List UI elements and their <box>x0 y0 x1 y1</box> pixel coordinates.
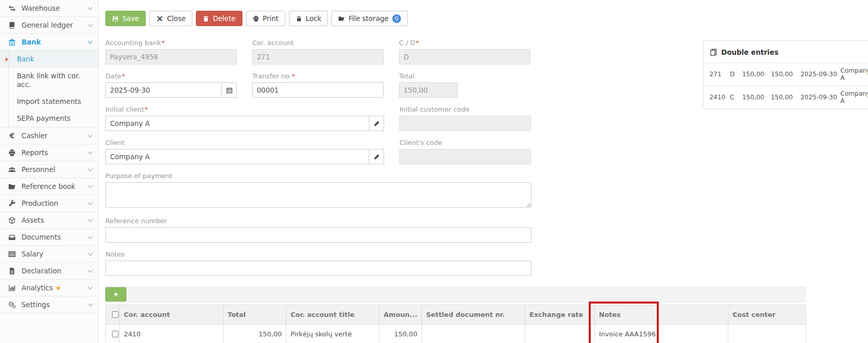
print-button[interactable]: Print <box>246 11 285 26</box>
cell-total[interactable]: 150,00 <box>224 325 286 343</box>
double-entries-title: Double entries <box>721 48 778 56</box>
sidebar-item-analytics[interactable]: Analytics ★ <box>0 280 98 296</box>
sidebar-item-bank[interactable]: Bank <box>0 34 98 51</box>
row-checkbox[interactable] <box>112 331 119 337</box>
close-icon: × <box>156 15 163 22</box>
reference-number-field[interactable] <box>105 227 531 243</box>
client-field[interactable] <box>105 149 369 164</box>
cell-notes[interactable]: Invoice AAA1596 <box>595 325 728 343</box>
date-field[interactable] <box>105 82 221 98</box>
printer-icon <box>7 149 17 157</box>
sidebar-item-cashier[interactable]: € Cashier <box>0 127 98 144</box>
pencil-icon[interactable] <box>369 116 384 131</box>
cube-icon <box>7 217 17 224</box>
entry-client: Company A <box>840 90 868 104</box>
euro-icon: € <box>7 132 17 139</box>
wrench-icon <box>7 200 17 207</box>
save-button[interactable]: Save <box>105 11 146 26</box>
col-header-total: Total <box>224 305 286 325</box>
notes-field[interactable] <box>105 261 531 276</box>
lock-button[interactable]: Lock <box>289 11 328 26</box>
submenu-item-bank-link[interactable]: Bank link with cor. acc. <box>0 68 98 93</box>
sidebar-item-label: Documents <box>21 233 61 241</box>
sidebar-item-reference-book[interactable]: Reference book <box>0 178 98 195</box>
transfer-no-field[interactable] <box>252 82 384 98</box>
initial-client-field[interactable] <box>105 116 369 131</box>
submenu-item-sepa-payments[interactable]: SEPA payments <box>0 110 98 127</box>
reference-number-label: Reference number <box>105 217 531 225</box>
delete-button[interactable]: Delete <box>196 11 242 26</box>
sidebar-item-label: General ledger <box>21 21 73 29</box>
cell-cost-center[interactable] <box>728 325 806 343</box>
calendar-icon[interactable] <box>221 82 237 98</box>
grid-header-row: Cor. account Total Cor. account title Am… <box>106 305 806 325</box>
inbox-icon <box>7 233 17 241</box>
submenu-item-bank[interactable]: Bank <box>0 51 98 68</box>
cd-label: C / D* <box>399 39 530 47</box>
print-label: Print <box>263 14 279 23</box>
file-storage-button[interactable]: File storage 0 <box>331 11 407 26</box>
chevron-down-icon <box>88 200 93 205</box>
sidebar-item-label: Personnel <box>21 165 55 174</box>
double-entry-row: 2410 C 150,00 150,00 2025-09-30 Company … <box>703 86 868 109</box>
submenu-item-import-statements[interactable]: Import statements <box>0 93 98 110</box>
sidebar-item-general-ledger[interactable]: General ledger <box>0 17 98 34</box>
entry-amount-base: 150,00 <box>771 71 800 78</box>
entry-account: 2410 <box>709 94 730 101</box>
folder-icon <box>7 183 17 190</box>
chevron-down-icon <box>88 268 93 273</box>
col-header-cor-account: Cor. account <box>120 305 224 325</box>
entry-amount: 150,00 <box>742 94 771 101</box>
cor-account-field[interactable] <box>252 49 384 65</box>
trash-icon <box>203 15 209 22</box>
chevron-down-icon <box>88 39 93 44</box>
purpose-of-payment-label: Purpose of payment <box>105 172 531 180</box>
cell-exchange-rate[interactable] <box>525 325 595 343</box>
pencil-icon[interactable] <box>369 149 384 164</box>
document-toolbar: Save × Close Delete Print Lock File stor… <box>105 11 868 26</box>
cell-settled-document[interactable] <box>422 325 525 343</box>
client-label: Client <box>105 139 384 146</box>
active-caret-icon <box>6 57 8 61</box>
cell-amount[interactable]: 150,00 <box>380 325 422 343</box>
sidebar-item-settings[interactable]: Settings <box>0 296 98 313</box>
sidebar-item-declaration[interactable]: Declaration <box>0 263 98 280</box>
sidebar-item-reports[interactable]: Reports <box>0 144 98 161</box>
add-row-button[interactable]: + <box>105 287 126 302</box>
sidebar-item-personnel[interactable]: Personnel <box>0 161 98 178</box>
sidebar-item-salary[interactable]: Salary <box>0 246 98 263</box>
col-header-settled-document: Settled document nr. <box>422 305 525 325</box>
sidebar-item-label: Assets <box>21 216 44 224</box>
close-button[interactable]: × Close <box>149 11 192 26</box>
accounting-bank-field[interactable] <box>105 49 237 65</box>
entry-amount-base: 150,00 <box>771 94 800 101</box>
sidebar: Warehouse General ledger Bank Bank Bank … <box>0 0 99 343</box>
chevron-down-icon <box>88 285 93 290</box>
lock-label: Lock <box>306 14 322 23</box>
sidebar-item-documents[interactable]: Documents <box>0 229 98 246</box>
cell-cor-account-title[interactable]: Pirkėjų skolų vertė <box>286 325 380 343</box>
chevron-down-icon <box>88 234 93 239</box>
submenu-item-label: Bank link with cor. acc. <box>17 72 80 89</box>
app-window: Warehouse General ledger Bank Bank Bank … <box>0 0 868 343</box>
star-icon: ★ <box>55 284 61 292</box>
submenu-item-label: SEPA payments <box>17 114 71 122</box>
sidebar-item-warehouse[interactable]: Warehouse <box>0 0 98 17</box>
cd-field[interactable] <box>399 49 530 65</box>
sidebar-item-production[interactable]: Production <box>0 195 98 212</box>
file-storage-label: File storage <box>348 14 388 23</box>
accounting-bank-label: Accounting bank* <box>105 39 237 47</box>
chevron-down-icon <box>88 22 93 27</box>
grid-toolbar: + <box>105 286 806 303</box>
initial-customer-code-field[interactable] <box>399 116 531 131</box>
sidebar-item-assets[interactable]: Assets <box>0 212 98 229</box>
clients-code-field[interactable] <box>399 149 531 164</box>
cell-cor-account[interactable]: 2410 <box>120 325 224 343</box>
total-field[interactable] <box>399 82 458 98</box>
cor-account-label: Cor. account <box>252 39 384 47</box>
purpose-of-payment-field[interactable] <box>105 182 531 208</box>
initial-customer-code-label: Initial customer code <box>399 105 531 113</box>
select-all-checkbox[interactable] <box>112 311 119 318</box>
entry-dc: C <box>730 94 742 101</box>
sidebar-item-label: Cashier <box>21 132 48 140</box>
